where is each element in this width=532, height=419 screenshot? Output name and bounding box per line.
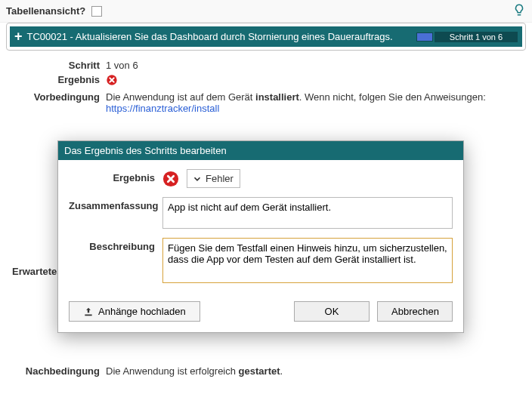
description-input[interactable] — [162, 238, 453, 283]
modal-result-label: Ergebnis — [69, 169, 162, 183]
summary-input[interactable] — [162, 197, 453, 229]
ok-button[interactable]: OK — [294, 301, 370, 322]
progress-fill — [416, 32, 433, 42]
result-select[interactable]: Fehler — [187, 169, 240, 188]
precond-value: Die Anwendung ist auf dem Gerät installi… — [106, 91, 526, 114]
result-label: Ergebnis — [6, 74, 106, 88]
postcond-value: Die Anwendung ist erfolgreich gestartet. — [106, 365, 526, 377]
expand-icon[interactable]: + — [14, 29, 23, 45]
upload-icon — [83, 307, 94, 317]
cancel-button[interactable]: Abbrechen — [377, 301, 453, 322]
testcase-header[interactable]: + TC00021 - Aktualisieren Sie das Dashbo… — [10, 26, 522, 47]
expected-label: Erwartetes — [12, 266, 62, 277]
tableview-label: Tabellenansicht? — [6, 5, 85, 17]
chevron-down-icon — [192, 174, 203, 184]
postcond-label: Nachbedingung — [6, 365, 106, 377]
precond-link[interactable]: https://finanztracker/install — [106, 103, 219, 114]
fail-icon — [106, 74, 118, 86]
upload-button[interactable]: Anhänge hochladen — [69, 301, 200, 322]
step-value: 1 von 6 — [106, 60, 526, 71]
edit-result-modal: Das Ergebnis des Schritts bearbeiten Erg… — [57, 140, 464, 333]
result-select-value: Fehler — [206, 173, 234, 184]
testcase-title: TC00021 - Aktualisieren Sie das Dashboar… — [27, 31, 416, 42]
description-label: Beschreibung — [69, 238, 162, 252]
precond-label: Vorbedingung — [6, 91, 106, 114]
summary-label: Zusammenfassung — [69, 197, 162, 211]
progress-text: Schritt 1 von 6 — [435, 32, 518, 42]
hint-icon[interactable] — [512, 3, 526, 19]
modal-title: Das Ergebnis des Schritts bearbeiten — [58, 141, 463, 160]
fail-icon — [162, 171, 179, 187]
tableview-checkbox[interactable] — [91, 6, 102, 17]
step-label: Schritt — [6, 60, 106, 71]
